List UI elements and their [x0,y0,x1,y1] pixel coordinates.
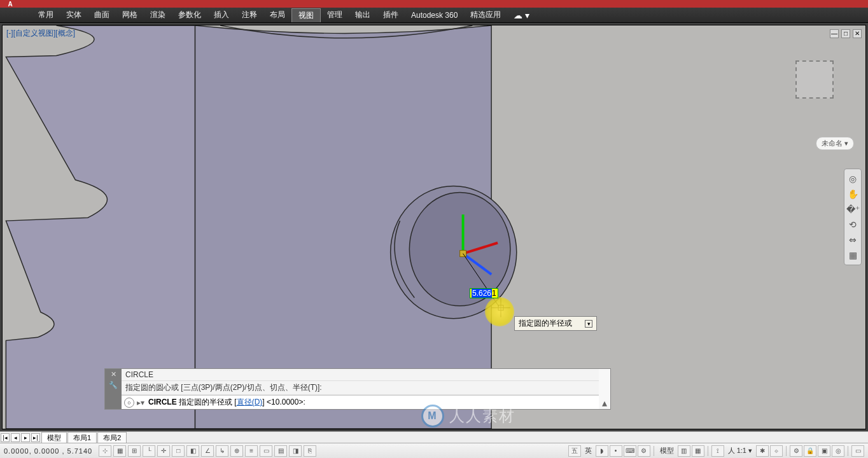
navigation-bar: ◎ ✋ �⁺ ⟲ ⇔ ▦ [844,169,862,265]
status-tpy-icon[interactable]: ▭ [260,445,272,457]
cursor-highlight [485,297,514,326]
command-prompt-text: CIRCLE 指定圆的半径或 [直径(D)] <10.0000>: [148,397,305,408]
nav-wheel-icon[interactable]: ◎ [846,172,860,186]
ribbon-tab-solid[interactable]: 实体 [60,8,88,22]
status-snap-icon[interactable]: ▦ [113,445,126,457]
status-lock-icon[interactable]: 🔒 [804,445,816,457]
ribbon-tabs: 常用 实体 曲面 网格 渲染 参数化 插入 注释 布局 视图 管理 输出 插件 … [0,8,868,23]
status-ime-punct-icon[interactable]: • [610,445,622,457]
tooltip-text: 指定圆的半径或 [519,318,572,329]
status-ime-indicator[interactable]: 五 [568,445,581,457]
command-tooltip: 指定圆的半径或 ▾ [514,316,597,331]
ribbon-tab-featured[interactable]: 精选应用 [464,8,507,22]
status-qp-icon[interactable]: ▤ [274,445,287,457]
ribbon-tab-plugins[interactable]: 插件 [377,8,405,22]
status-grid-icon[interactable]: ⊞ [128,445,141,457]
viewport-close-icon[interactable]: ✕ [853,29,862,38]
status-quickview-drawings-icon[interactable]: ▦ [692,445,704,457]
status-annoauto-icon[interactable]: ⟐ [770,445,783,457]
status-ime-shape-icon[interactable]: ◗ [596,445,608,457]
status-sc-icon[interactable]: ◨ [289,445,302,457]
status-isolate-icon[interactable]: ◎ [832,445,844,457]
viewport-label[interactable]: [-][自定义视图][概念] [6,28,75,39]
tooltip-options-icon[interactable]: ▾ [585,320,592,328]
status-osnap-icon[interactable]: □ [172,445,185,457]
viewport-minimize-icon[interactable]: — [830,29,839,38]
layout-tab-model[interactable]: 模型 [41,432,67,443]
command-collapse-icon[interactable]: ▴ [599,369,610,409]
command-history-line-1: CIRCLE [122,369,599,381]
status-ime-lang[interactable]: 英 [582,446,594,455]
tab-nav-prev-icon[interactable]: ◂ [11,433,20,442]
command-panel-handle[interactable]: ✕ 🔧 [105,369,122,409]
command-option-diameter[interactable]: 直径(D) [237,398,263,406]
viewport-window-controls: — □ ✕ [830,29,862,38]
viewcube-cube-icon[interactable] [795,60,834,99]
status-ortho-icon[interactable]: └ [143,445,155,457]
layout-tab-layout1[interactable]: 布局1 [67,432,97,443]
nav-orbit-icon[interactable]: ⟲ [846,218,860,232]
status-lwt-icon[interactable]: ≡ [245,445,258,457]
dynamic-input-selected: 5.626 [472,289,492,298]
status-polar-icon[interactable]: ✛ [157,445,170,457]
dynamic-input-rest: 1 [492,289,496,298]
command-settings-icon[interactable]: 🔧 [109,381,118,389]
ucs-name-pill[interactable]: 未命名 ▾ [816,137,854,150]
command-arrow-icon: ▸▾ [137,398,144,407]
ribbon-tab-parametric[interactable]: 参数化 [172,8,207,22]
tab-nav-first-icon[interactable]: |◂ [1,433,10,442]
viewcube[interactable] [786,60,843,130]
nav-more-icon[interactable]: ▦ [846,248,860,262]
ribbon-tab-annotate[interactable]: 注释 [235,8,263,22]
viewport-container: [-][自定义视图][概念] — □ ✕ 未命名 ▾ ◎ ✋ �⁺ ⟲ ⇔ ▦ … [0,23,868,431]
layout-tab-layout2[interactable]: 布局2 [97,432,127,443]
status-scale[interactable]: 人 1:1 ▾ [725,446,755,455]
ribbon-tab-home[interactable]: 常用 [32,8,60,22]
status-quickview-layouts-icon[interactable]: ▥ [678,445,690,457]
status-bar: 0.0000, 0.0000 , 5.7140 ⊹ ▦ ⊞ └ ✛ □ ◧ ∠ … [0,443,868,458]
status-dyn-icon[interactable]: ⊕ [230,445,243,457]
nav-showmotion-icon[interactable]: ⇔ [846,233,860,247]
status-am-icon[interactable]: ⎘ [304,445,316,457]
status-ime-settings-icon[interactable]: ⚙ [638,445,650,457]
layout-tabs-bar: |◂ ◂ ▸ ▸| 模型 布局1 布局2 [0,431,868,443]
ribbon-tab-insert[interactable]: 插入 [207,8,235,22]
status-coordinates: 0.0000, 0.0000 , 5.7140 [4,447,92,455]
ribbon-tab-layout[interactable]: 布局 [263,8,291,22]
ribbon-tab-output[interactable]: 输出 [349,8,377,22]
ribbon-tab-manage[interactable]: 管理 [321,8,349,22]
ribbon-cloud-icon[interactable]: ☁ ▾ [514,10,529,20]
ribbon-tab-mesh[interactable]: 网格 [116,8,144,22]
status-ime-pad-icon[interactable]: ⌨ [624,445,636,457]
dynamic-input[interactable]: 5.6261 [470,288,498,298]
nav-pan-icon[interactable]: ✋ [846,187,860,201]
status-annovis-icon[interactable]: ✱ [756,445,769,457]
command-line-panel: ✕ 🔧 CIRCLE 指定圆的圆心或 [三点(3P)/两点(2P)/切点、切点、… [104,368,611,410]
tab-nav-last-icon[interactable]: ▸| [31,433,40,442]
status-hardware-icon[interactable]: ▣ [818,445,830,457]
nav-zoom-icon[interactable]: �⁺ [846,202,860,216]
viewport[interactable]: [-][自定义视图][概念] — □ ✕ 未命名 ▾ ◎ ✋ �⁺ ⟲ ⇔ ▦ … [2,25,866,429]
tab-nav-next-icon[interactable]: ▸ [21,433,30,442]
ribbon-tab-view[interactable]: 视图 [291,8,321,22]
status-ducs-icon[interactable]: ↳ [216,445,228,457]
ribbon-tab-autodesk360[interactable]: Autodesk 360 [405,10,464,21]
status-cleanscreen-icon[interactable]: ▭ [851,445,864,457]
viewport-maximize-icon[interactable]: □ [841,29,850,38]
status-annoscale-icon[interactable]: ⟟ [711,445,724,457]
command-history-line-2: 指定圆的圆心或 [三点(3P)/两点(2P)/切点、切点、半径(T)]: [122,381,599,395]
title-bar: A [0,0,868,8]
status-3dosnap-icon[interactable]: ◧ [186,445,199,457]
watermark-text: 人人素材 [449,406,515,426]
status-model-space[interactable]: 模型 [657,446,676,455]
status-otrack-icon[interactable]: ∠ [201,445,214,457]
ribbon-tab-surface[interactable]: 曲面 [88,8,116,22]
watermark-logo-icon: M [421,405,444,427]
ribbon-tab-render[interactable]: 渲染 [144,8,172,22]
command-input-line[interactable]: ○ ▸▾ CIRCLE 指定圆的半径或 [直径(D)] <10.0000>: [122,395,599,409]
status-workspace-icon[interactable]: ⚙ [790,445,802,457]
status-infermode-icon[interactable]: ⊹ [99,445,111,457]
app-icon[interactable]: A [0,0,20,8]
watermark: M 人人素材 [421,405,515,427]
command-close-icon[interactable]: ✕ [111,370,116,378]
